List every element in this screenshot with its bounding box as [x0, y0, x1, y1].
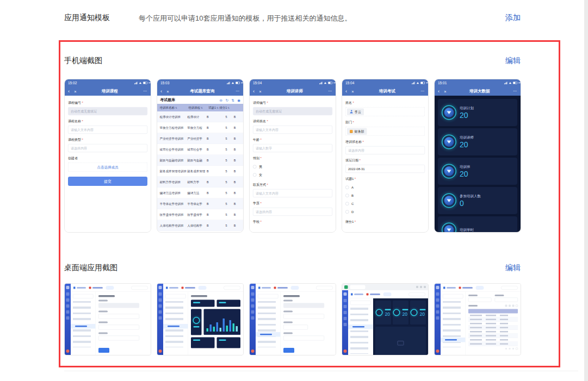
cell-course: 程序设计 — [187, 115, 206, 119]
department-chip: 财务部 — [347, 128, 367, 135]
scrollbar-track[interactable] — [584, 0, 588, 381]
cell-question2: B — [230, 170, 243, 173]
mini-label — [283, 322, 293, 323]
mini-tab-label — [92, 287, 103, 289]
mini-search — [131, 286, 148, 290]
department-icon — [350, 130, 353, 133]
mobile-screenshot-exam-form[interactable]: 15:04 ‹ × 培训考试 ⋯ 姓名* 李云 部门* 财务部 培训班名称* 请… — [342, 79, 429, 233]
mini-logo — [344, 292, 347, 296]
status-time: 15:03 — [160, 81, 169, 85]
cell-question2: B — [230, 126, 243, 129]
mini-sidebar — [348, 298, 373, 355]
back-icon: ‹ — [438, 89, 440, 94]
mini-bar — [216, 322, 219, 332]
stat-card: 培训班 20 — [438, 158, 517, 185]
desktop-screenshot-1[interactable] — [64, 283, 151, 355]
mini-filter-row — [468, 295, 518, 302]
mini-left-rail — [435, 284, 441, 355]
add-link[interactable]: 添加 — [505, 13, 521, 23]
mini-select — [468, 298, 492, 302]
mini-left-rail — [157, 284, 163, 355]
col-header-text: 培训班名称 — [160, 106, 175, 109]
text-input: 请输入文本内容 — [68, 126, 147, 134]
desktop-edit-link[interactable]: 编辑 — [505, 263, 521, 273]
signal-icon — [504, 82, 507, 84]
mini-selected-item — [441, 338, 466, 342]
desktop-screenshot-5[interactable] — [434, 283, 521, 355]
mobile-screenshot-question-bank[interactable]: 15:03 ‹ × 考试题库查询 ⋯ 考试题库 ⊖↻⇅◉ — [157, 79, 244, 233]
chevron-down-icon — [447, 170, 451, 173]
field-label: 讲师姓名* — [253, 119, 332, 124]
more-icon: ⋯ — [513, 89, 517, 93]
desktop-screenshot-4[interactable]: 20 20 20 — [342, 283, 429, 355]
mini-table-row — [468, 322, 518, 326]
stat-text: 参加培训人数 0 — [460, 193, 481, 207]
signal-icon — [227, 82, 230, 84]
more-icon: ⋯ — [236, 89, 240, 93]
mini-label — [283, 333, 293, 334]
cell-class-name: 编译方法培训班 — [157, 191, 187, 195]
mini-disabled-input — [98, 303, 139, 308]
back-icon: ‹ — [68, 89, 70, 94]
mini-label — [283, 311, 293, 313]
close-icon: × — [166, 89, 169, 93]
text-input: 请输入文本内容 — [253, 189, 332, 197]
chip-text: 李云 — [355, 109, 361, 114]
radio-icon — [345, 202, 349, 205]
mini-left-rail — [342, 290, 348, 355]
desktop-screenshot-3[interactable] — [249, 283, 336, 355]
mini-tab-label — [185, 287, 195, 289]
mobile-screenshot-lecturer-form[interactable]: 15:04 ‹ × 培训讲师 ⋯ 讲师编号* 自动生成无需填写 讲师姓名* 请输… — [249, 79, 336, 233]
phone-form: 姓名* 李云 部门* 财务部 培训班名称* 请选择内容 填写日期* 2022-0… — [342, 96, 428, 232]
field-label: 性别* — [253, 156, 332, 161]
phone-status-bar: 15:02 — [65, 79, 151, 86]
mini-input — [98, 336, 139, 341]
radio-option: B — [345, 191, 425, 199]
mini-table-title — [468, 305, 478, 307]
mini-tab-icon — [443, 286, 445, 289]
mini-filter — [191, 300, 215, 307]
col-header-text: 得分1 — [219, 106, 227, 109]
toolbar-icon: ↻ — [225, 98, 228, 102]
cell-question: B — [206, 170, 216, 173]
page-description: 每个应用可以申请10套应用通知的模板，用于推送相关的通知信息。 — [139, 14, 351, 23]
cell-course: 财政与金融 — [187, 158, 206, 163]
mini-table-row — [468, 334, 518, 338]
mini-avatar — [251, 349, 255, 353]
mini-bar — [210, 324, 212, 332]
col-header: 试题1⇅ — [208, 105, 219, 110]
field-label: 培训班名称* — [345, 140, 425, 145]
mobile-screenshot-course-form[interactable]: 15:02 ‹ × 培训课程 ⋯ 课程编号* 自动生成无需填写 课程名称* 请输… — [64, 79, 151, 233]
field-label: 联系方式* — [253, 183, 332, 188]
desktop-screenshot-2[interactable] — [157, 283, 244, 355]
cell-course: 产业经济学 — [187, 136, 206, 141]
label-text: 年龄 — [253, 138, 259, 142]
table-row: 程序设计培训班 程序设计 B 5 B — [157, 111, 243, 122]
mini-top-bar — [441, 284, 521, 292]
cell-question: B — [206, 148, 216, 151]
cell-question: B — [206, 115, 216, 118]
mobile-edit-link[interactable]: 编辑 — [505, 56, 521, 66]
mini-tab-icon — [258, 286, 261, 289]
mini-window-buttons — [424, 286, 426, 288]
mobile-screenshot-big-data[interactable]: 15:01 ‹ × 培训大数据 ⋯ 培训计划 — [434, 79, 521, 233]
cell-course: 医学遗传学 — [187, 213, 206, 217]
mini-bar — [233, 323, 235, 332]
table-row: 常微分方程培训班 常微分方程 B 5 B — [157, 122, 243, 133]
cell-class-name: 财政与金融培训班 — [157, 158, 187, 163]
phone-page-title: 培训考试 — [358, 89, 416, 94]
mini-rail-items — [66, 292, 70, 296]
cell-question2: B — [230, 180, 243, 184]
mini-dark-dashboard: 20 20 20 — [373, 298, 428, 355]
required-mark: * — [353, 101, 354, 105]
required-mark: * — [82, 138, 83, 142]
mini-select — [495, 298, 518, 302]
text-input: 请输入文本内容 — [253, 126, 332, 134]
field-label: 年龄* — [253, 138, 332, 142]
mini-stat-card: 20 — [375, 301, 391, 324]
mini-top-bar — [256, 284, 336, 292]
mini-input — [283, 314, 324, 319]
page-title: 应用通知模板 — [64, 13, 110, 23]
cell-question: B — [206, 191, 216, 195]
number-input: 请输入数字 — [253, 144, 332, 152]
